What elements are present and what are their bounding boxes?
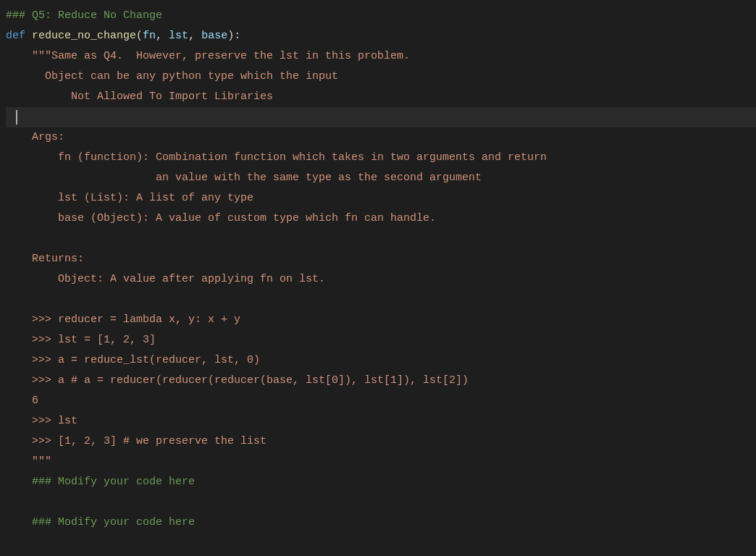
code-line[interactable]: """Same as Q4. However, preserve the lst… xyxy=(6,46,756,67)
comment-text: ### Modify your code here xyxy=(6,516,195,528)
code-line[interactable]: ### Q5: Reduce No Change xyxy=(6,6,756,26)
docstring-text: >>> a = reduce_lst(reducer, lst, 0) xyxy=(6,354,260,366)
code-line[interactable] xyxy=(6,290,756,310)
punct: , xyxy=(188,30,201,42)
code-line[interactable] xyxy=(6,492,756,513)
code-line[interactable]: """ xyxy=(6,452,756,472)
keyword-def: def xyxy=(6,30,25,42)
docstring-text: >>> a # a = reducer(reducer(reducer(base… xyxy=(6,374,469,387)
text-cursor xyxy=(16,110,17,125)
docstring-text: >>> lst xyxy=(6,415,77,427)
docstring-text: lst (List): A list of any type xyxy=(6,192,253,204)
code-line[interactable]: ### Modify your code here xyxy=(6,513,756,533)
punct: ): xyxy=(227,30,240,42)
code-line[interactable]: ### Modify your code here xyxy=(6,472,756,492)
code-line[interactable]: an value with the same type as the secon… xyxy=(6,168,756,188)
docstring-text: """ xyxy=(6,455,51,468)
code-line-cursor[interactable] xyxy=(6,107,756,127)
docstring-text: Object: A value after applying fn on lst… xyxy=(6,273,325,285)
code-line[interactable]: def reduce_no_change(fn, lst, base): xyxy=(6,26,756,46)
code-line[interactable]: >>> a = reduce_lst(reducer, lst, 0) xyxy=(6,350,756,371)
function-name: reduce_no_change xyxy=(32,30,136,42)
code-line[interactable]: 6 xyxy=(6,391,756,411)
docstring-text: >>> reducer = lambda x, y: x + y xyxy=(6,313,240,326)
code-line[interactable]: Args: xyxy=(6,127,756,148)
param-lst: lst xyxy=(169,30,188,42)
punct: ( xyxy=(136,30,143,42)
code-editor[interactable]: ### Q5: Reduce No Change def reduce_no_c… xyxy=(6,6,756,533)
param-fn: fn xyxy=(143,30,156,42)
code-line[interactable]: Not Allowed To Import Libraries xyxy=(6,87,756,107)
code-line[interactable]: fn (function): Combination function whic… xyxy=(6,148,756,168)
code-line[interactable]: lst (List): A list of any type xyxy=(6,188,756,208)
code-line[interactable]: >>> reducer = lambda x, y: x + y xyxy=(6,310,756,330)
docstring-text: """Same as Q4. However, preserve the lst… xyxy=(6,50,410,62)
docstring-text: Not Allowed To Import Libraries xyxy=(6,90,273,103)
code-line[interactable]: >>> lst xyxy=(6,411,756,431)
punct: , xyxy=(156,30,169,42)
code-line[interactable]: Returns: xyxy=(6,249,756,269)
code-line[interactable]: Object: A value after applying fn on lst… xyxy=(6,269,756,290)
docstring-text: Returns: xyxy=(6,253,84,265)
docstring-text: an value with the same type as the secon… xyxy=(6,172,482,184)
docstring-text: >>> [1, 2, 3] # we preserve the list xyxy=(6,435,266,447)
param-base: base xyxy=(201,30,227,42)
docstring-text: Object can be any python type which the … xyxy=(6,70,338,83)
comment-text: ### Modify your code here xyxy=(6,476,195,488)
docstring-text: >>> lst = [1, 2, 3] xyxy=(6,334,156,346)
code-line[interactable]: Object can be any python type which the … xyxy=(6,67,756,87)
docstring-text: fn (function): Combination function whic… xyxy=(6,151,547,164)
whitespace xyxy=(25,30,32,42)
docstring-text: 6 xyxy=(6,395,38,407)
code-line[interactable] xyxy=(6,229,756,249)
code-line[interactable]: >>> lst = [1, 2, 3] xyxy=(6,330,756,350)
code-line[interactable]: >>> a # a = reducer(reducer(reducer(base… xyxy=(6,371,756,391)
docstring-text: base (Object): A value of custom type wh… xyxy=(6,212,436,224)
code-line[interactable]: base (Object): A value of custom type wh… xyxy=(6,208,756,229)
comment-text: ### Q5: Reduce No Change xyxy=(6,9,162,22)
code-line[interactable]: >>> [1, 2, 3] # we preserve the list xyxy=(6,431,756,452)
docstring-text: Args: xyxy=(6,131,64,143)
